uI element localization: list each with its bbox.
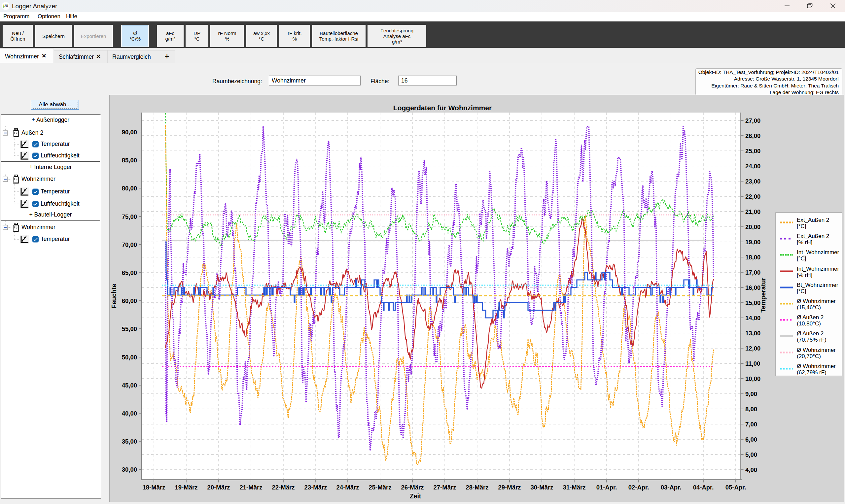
- svg-text:85,00: 85,00: [122, 157, 137, 164]
- svg-text:5,00: 5,00: [745, 451, 757, 458]
- svg-text:19-März: 19-März: [175, 484, 198, 491]
- svg-text:Zeit: Zeit: [410, 492, 421, 500]
- svg-text:45,00: 45,00: [122, 382, 137, 389]
- svg-text:Loggerdaten für Wohnzimmer: Loggerdaten für Wohnzimmer: [393, 104, 492, 111]
- svg-text:6,00: 6,00: [745, 436, 757, 443]
- svg-text:Ø Wohnzimmer: Ø Wohnzimmer: [797, 347, 836, 353]
- svg-text:25-März: 25-März: [369, 484, 392, 491]
- svg-text:27,00: 27,00: [745, 117, 760, 124]
- svg-text:26,00: 26,00: [745, 132, 760, 139]
- svg-text:(10,80°C): (10,80°C): [797, 321, 821, 327]
- svg-text:29-März: 29-März: [498, 484, 521, 491]
- svg-text:Ø Außen 2: Ø Außen 2: [797, 314, 824, 321]
- svg-text:17,00: 17,00: [745, 269, 760, 276]
- svg-text:05-Apr.: 05-Apr.: [725, 484, 746, 491]
- svg-text:16,00: 16,00: [745, 284, 760, 291]
- svg-text:14,00: 14,00: [745, 314, 760, 322]
- svg-text:60,00: 60,00: [122, 298, 137, 304]
- svg-text:Bt_Wohnzimmer: Bt_Wohnzimmer: [797, 282, 839, 288]
- svg-text:(15,46°C): (15,46°C): [797, 304, 821, 311]
- svg-text:55,00: 55,00: [122, 325, 137, 332]
- svg-text:8,00: 8,00: [745, 406, 757, 413]
- svg-text:Temperatur: Temperatur: [759, 277, 767, 312]
- svg-text:(70,75% rF): (70,75% rF): [797, 337, 827, 343]
- svg-text:65,00: 65,00: [122, 269, 137, 276]
- svg-text:50,00: 50,00: [122, 354, 137, 361]
- svg-text:(62,79% rF): (62,79% rF): [797, 369, 827, 376]
- svg-text:[°C]: [°C]: [797, 288, 806, 294]
- svg-text:Int_Wohnzimmer: Int_Wohnzimmer: [797, 249, 839, 255]
- svg-text:4,00: 4,00: [745, 466, 757, 473]
- svg-text:30-März: 30-März: [531, 484, 553, 491]
- svg-text:02-Apr.: 02-Apr.: [628, 484, 649, 491]
- svg-text:10,00: 10,00: [745, 375, 760, 382]
- svg-text:Ø Wohnzimmer: Ø Wohnzimmer: [797, 363, 836, 369]
- svg-text:[% rH]: [% rH]: [797, 239, 812, 246]
- svg-text:(20,70°C): (20,70°C): [797, 353, 821, 359]
- svg-text:31-März: 31-März: [563, 484, 586, 491]
- svg-text:30,00: 30,00: [122, 466, 137, 473]
- svg-text:20-März: 20-März: [207, 484, 230, 491]
- svg-text:11,00: 11,00: [745, 360, 760, 367]
- svg-text:20,00: 20,00: [745, 223, 760, 230]
- svg-text:75,00: 75,00: [122, 213, 137, 220]
- svg-text:Ø Wohnzimmer: Ø Wohnzimmer: [797, 298, 836, 304]
- svg-text:15,00: 15,00: [745, 299, 760, 306]
- svg-text:40,00: 40,00: [122, 410, 137, 417]
- svg-text:24,00: 24,00: [745, 163, 760, 170]
- svg-text:21,00: 21,00: [745, 208, 760, 215]
- svg-text:24-März: 24-März: [336, 484, 359, 491]
- svg-text:[°C]: [°C]: [797, 223, 806, 229]
- svg-text:22,00: 22,00: [745, 193, 760, 200]
- svg-text:Int_Wohnzimmer: Int_Wohnzimmer: [797, 266, 839, 272]
- svg-text:80,00: 80,00: [122, 185, 137, 192]
- svg-text:[°C]: [°C]: [797, 255, 806, 262]
- svg-text:21-März: 21-März: [240, 484, 263, 491]
- svg-text:01-Apr.: 01-Apr.: [596, 484, 617, 491]
- svg-text:13,00: 13,00: [745, 330, 760, 337]
- svg-text:25,00: 25,00: [745, 147, 760, 155]
- svg-text:27-März: 27-März: [434, 484, 456, 491]
- svg-text:04-Apr.: 04-Apr.: [693, 484, 714, 491]
- svg-text:Ø Außen 2: Ø Außen 2: [797, 330, 824, 337]
- svg-text:23-März: 23-März: [304, 484, 327, 491]
- svg-text:9,00: 9,00: [745, 391, 757, 397]
- svg-text:18-März: 18-März: [143, 484, 165, 491]
- svg-text:22-März: 22-März: [272, 484, 295, 491]
- svg-text:70,00: 70,00: [122, 241, 137, 248]
- svg-text:90,00: 90,00: [122, 129, 137, 136]
- svg-text:[% rH]: [% rH]: [797, 272, 812, 278]
- svg-text:28-März: 28-März: [466, 484, 489, 491]
- svg-text:18,00: 18,00: [745, 254, 760, 261]
- svg-text:12,00: 12,00: [745, 345, 760, 352]
- svg-text:19,00: 19,00: [745, 239, 760, 246]
- svg-text:26-März: 26-März: [401, 484, 424, 491]
- svg-text:7,00: 7,00: [745, 421, 757, 428]
- svg-text:Ext_Außen 2: Ext_Außen 2: [797, 217, 829, 223]
- svg-text:03-Apr.: 03-Apr.: [661, 484, 682, 491]
- svg-text:23,00: 23,00: [745, 178, 760, 185]
- svg-text:35,00: 35,00: [122, 438, 137, 445]
- svg-text:Feuchte: Feuchte: [110, 284, 118, 308]
- svg-text:Ext_Außen 2: Ext_Außen 2: [797, 233, 829, 239]
